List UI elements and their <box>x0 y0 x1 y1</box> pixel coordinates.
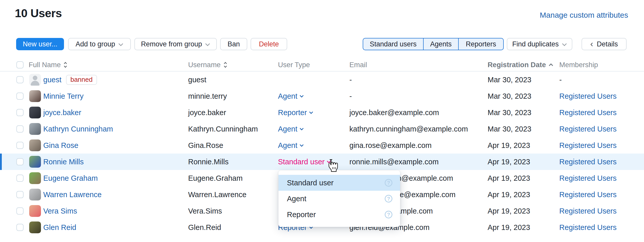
full-name-link[interactable]: Glen Reid <box>43 223 76 232</box>
full-name-link[interactable]: joyce.baker <box>43 108 81 117</box>
row-checkbox[interactable] <box>16 93 24 100</box>
membership-link[interactable]: Registered Users <box>559 186 617 203</box>
page-title: 10 Users <box>15 7 62 20</box>
sort-asc-icon <box>549 63 553 66</box>
membership-link[interactable]: Registered Users <box>559 219 617 236</box>
add-to-group-button[interactable]: Add to group <box>68 38 131 50</box>
dropdown-item[interactable]: Agent ? <box>278 191 400 207</box>
full-name-link[interactable]: guest <box>43 76 61 84</box>
full-name-link[interactable]: Gina Rose <box>43 141 78 150</box>
row-checkbox[interactable] <box>16 191 24 198</box>
email-cell: joyce.baker@example.com <box>349 104 439 121</box>
chevron-down-icon <box>299 144 304 147</box>
registration-date-cell: Apr 19, 2023 <box>488 170 530 186</box>
user-type-label: Agent <box>278 92 297 100</box>
full-name-link[interactable]: Eugene Graham <box>43 174 98 183</box>
email-cell: - <box>349 72 352 88</box>
row-checkbox[interactable] <box>16 207 24 215</box>
membership-link[interactable]: Registered Users <box>559 88 617 104</box>
registration-date-cell: Apr 19, 2023 <box>488 137 530 154</box>
new-user-button[interactable]: New user... <box>16 38 64 50</box>
email-cell: - <box>349 88 352 104</box>
manage-custom-attributes-link[interactable]: Manage custom attributes <box>540 11 628 19</box>
chevron-down-icon <box>205 43 210 46</box>
user-type-dropdown-trigger[interactable]: Agent <box>278 125 304 133</box>
help-icon[interactable]: ? <box>385 211 392 218</box>
remove-from-group-button[interactable]: Remove from group <box>134 38 217 50</box>
row-checkbox[interactable] <box>16 224 24 231</box>
chevron-down-icon <box>299 128 304 130</box>
column-header-registration-date[interactable]: Registration Date <box>488 58 553 71</box>
user-type-filter-segmented-control: Standard users Agents Reporters <box>363 38 504 50</box>
row-checkbox[interactable] <box>16 175 24 182</box>
chevron-down-icon <box>327 160 331 163</box>
user-type-dropdown-trigger[interactable]: Reporter <box>278 108 313 117</box>
username-cell: Vera.Sims <box>188 203 222 219</box>
column-header-email: Email <box>349 58 367 71</box>
registration-date-cell: Apr 19, 2023 <box>488 203 530 219</box>
ban-button[interactable]: Ban <box>220 38 247 50</box>
user-type-dropdown-menu: Standard user ? Agent ? Reporter ? <box>278 170 400 227</box>
username-cell: minnie.terry <box>188 88 227 104</box>
chevron-down-icon <box>118 43 123 46</box>
full-name-link[interactable]: Ronnie Mills <box>43 158 84 166</box>
user-type-label: Standard user <box>278 158 325 166</box>
sort-both-icon <box>63 61 68 68</box>
membership-link[interactable]: Registered Users <box>559 154 617 170</box>
membership-link[interactable]: Registered Users <box>559 104 617 121</box>
full-name-link[interactable]: Vera Sims <box>43 207 77 215</box>
column-label: Username <box>188 61 221 69</box>
full-name-link[interactable]: Kathryn Cunningham <box>43 125 113 133</box>
delete-button[interactable]: Delete <box>251 38 287 50</box>
membership-link[interactable]: Registered Users <box>559 137 617 154</box>
column-header-user-type: User Type <box>278 58 310 71</box>
column-header-full-name[interactable]: Full Name <box>29 58 68 71</box>
row-checkbox[interactable] <box>16 158 24 165</box>
membership-link[interactable]: Registered Users <box>559 121 617 137</box>
banned-badge: banned <box>66 75 97 85</box>
dropdown-item-label: Reporter <box>287 210 316 219</box>
row-checkbox[interactable] <box>16 142 24 149</box>
membership-link: - <box>559 72 562 88</box>
user-type-dropdown-trigger[interactable]: Standard user <box>278 158 331 166</box>
table-row: guest banned guest - Mar 30, 2023 - <box>0 72 644 88</box>
row-checkbox[interactable] <box>16 125 24 133</box>
user-type-dropdown-trigger[interactable]: Agent <box>278 92 304 100</box>
membership-link[interactable]: Registered Users <box>559 203 617 219</box>
full-name-link[interactable]: Minnie Terry <box>43 92 83 100</box>
details-label: Details <box>597 40 618 48</box>
filter-standard-users[interactable]: Standard users <box>363 38 423 50</box>
registration-date-cell: Apr 19, 2023 <box>488 219 530 236</box>
table-header: Full Name Username User Type Email Regis… <box>0 58 644 71</box>
username-cell: Ronnie.Mills <box>188 154 229 170</box>
dropdown-item[interactable]: Standard user ? <box>278 175 400 191</box>
registration-date-cell: Mar 30, 2023 <box>488 121 531 137</box>
add-to-group-label: Add to group <box>76 40 115 48</box>
filter-reporters[interactable]: Reporters <box>458 38 503 50</box>
sort-both-icon <box>223 61 228 68</box>
username-cell: Kathryn.Cunningham <box>188 121 258 137</box>
avatar <box>29 123 41 135</box>
row-checkbox[interactable] <box>16 109 24 116</box>
filter-agents[interactable]: Agents <box>423 38 458 50</box>
username-cell: Eugene.Graham <box>188 170 243 186</box>
dropdown-item[interactable]: Reporter ? <box>278 207 400 223</box>
column-header-membership: Membership <box>559 58 598 71</box>
membership-link[interactable]: Registered Users <box>559 170 617 186</box>
help-icon[interactable]: ? <box>385 179 392 187</box>
avatar <box>29 107 41 118</box>
row-checkbox[interactable] <box>16 76 24 83</box>
avatar <box>29 205 41 217</box>
column-label: Email <box>349 61 367 69</box>
avatar <box>29 221 41 233</box>
registration-date-cell: Apr 19, 2023 <box>488 186 530 203</box>
user-type-dropdown-trigger[interactable]: Agent <box>278 141 304 150</box>
table-row: Minnie Terry minnie.terry Agent - Mar 30… <box>0 88 644 104</box>
full-name-link[interactable]: Warren Lawrence <box>43 190 102 199</box>
help-icon[interactable]: ? <box>385 195 392 203</box>
details-button[interactable]: ‹ Details <box>582 38 627 50</box>
avatar <box>29 156 41 168</box>
select-all-checkbox[interactable] <box>16 61 24 68</box>
column-header-username[interactable]: Username <box>188 58 228 71</box>
find-duplicates-button[interactable]: Find duplicates <box>507 38 572 50</box>
